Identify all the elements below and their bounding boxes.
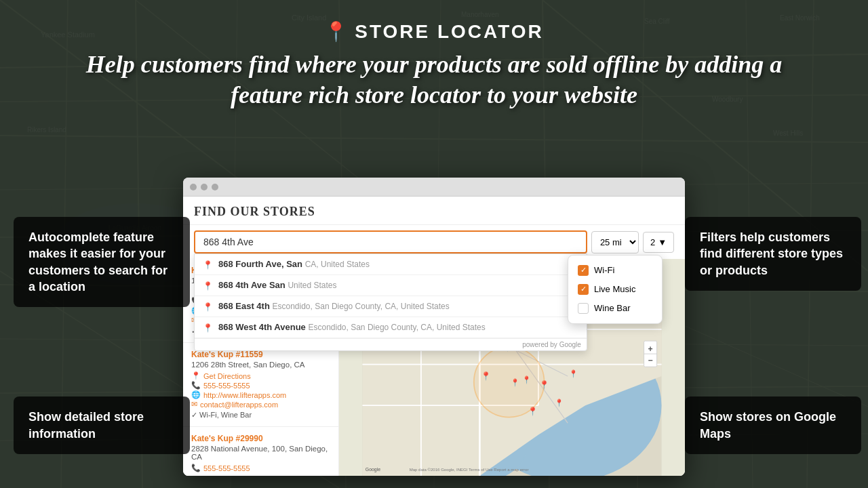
- store-item-3: Kate's Kup #29990 2828 National Avenue, …: [183, 427, 338, 476]
- suggestion-2[interactable]: 📍 868 4th Ave San United States: [195, 275, 587, 296]
- store-name-2: Kate's Kup #11559: [191, 350, 330, 359]
- filter-icon: ▼: [658, 237, 667, 247]
- directions-icon-2: 📍: [191, 371, 201, 380]
- callout-detailed: Show detailed store information: [14, 396, 190, 454]
- app-title: STORE LOCATOR: [355, 21, 544, 43]
- autocomplete-dropdown: 📍 868 Fourth Ave, San CA, United States …: [194, 253, 587, 351]
- store-phone-2[interactable]: 📞 555-555-5555: [191, 381, 330, 390]
- svg-text:+: +: [648, 344, 653, 354]
- browser-titlebar: [183, 178, 685, 197]
- svg-text:📍: 📍: [555, 399, 564, 407]
- suggestion-pin-icon-1: 📍: [203, 260, 213, 270]
- search-input[interactable]: [194, 230, 587, 253]
- filter-checkbox-wifi: ✓: [578, 265, 589, 276]
- filter-label-wifi: Wi-Fi: [594, 265, 614, 275]
- filter-checkbox-livemusic: ✓: [578, 284, 589, 295]
- store-item-2: Kate's Kup #11559 1206 28th Street, San …: [183, 343, 338, 427]
- website-icon-2: 🌐: [191, 390, 201, 399]
- logo-pin-icon: 📍: [324, 20, 348, 43]
- browser-maximize-btn[interactable]: [212, 184, 218, 190]
- store-address-3: 2828 National Avenue, 100, San Diego, CA: [191, 445, 330, 461]
- logo-row: 📍 STORE LOCATOR: [324, 20, 544, 43]
- callout-autocomplete: Autocomplete feature makes it easier for…: [14, 217, 190, 307]
- suggestion-pin-icon-2: 📍: [203, 281, 213, 291]
- browser-close-btn[interactable]: [190, 184, 197, 190]
- store-directions-2[interactable]: 📍 Get Directions: [191, 371, 330, 380]
- filter-item-livemusic[interactable]: ✓ Live Music: [568, 280, 662, 299]
- svg-text:📍: 📍: [522, 375, 531, 384]
- callout-googlemaps: Show stores on Google Maps: [685, 396, 861, 454]
- filter-checkbox-winebar: [578, 303, 589, 314]
- store-phone-3[interactable]: 📞 555-555-5555: [191, 464, 330, 472]
- store-email-2[interactable]: ✉ contact@lifterapps.com: [191, 400, 330, 409]
- browser-window: FIND OUR STORES 📍 868 Fourth Ave, San CA…: [183, 178, 685, 476]
- svg-text:📍: 📍: [528, 406, 538, 416]
- filter-dropdown: ✓ Wi-Fi ✓ Live Music Wine Bar: [568, 255, 663, 324]
- header: 📍 STORE LOCATOR Help customers find wher…: [0, 20, 868, 110]
- filter-item-winebar[interactable]: Wine Bar: [568, 299, 662, 318]
- search-row: 📍 868 Fourth Ave, San CA, United States …: [183, 225, 685, 259]
- radius-select[interactable]: 25 mi 10 mi 50 mi: [591, 231, 639, 253]
- browser-content: FIND OUR STORES 📍 868 Fourth Ave, San CA…: [183, 197, 685, 476]
- phone-icon-2: 📞: [191, 381, 201, 390]
- email-icon-2: ✉: [191, 400, 197, 409]
- suggestion-1[interactable]: 📍 868 Fourth Ave, San CA, United States: [195, 254, 587, 275]
- svg-text:📍: 📍: [569, 369, 578, 378]
- filter-label-livemusic: Live Music: [594, 284, 635, 294]
- svg-text:📍: 📍: [481, 371, 492, 381]
- filter-item-wifi[interactable]: ✓ Wi-Fi: [568, 261, 662, 280]
- store-address-2: 1206 28th Street, San Diego, CA: [191, 361, 330, 369]
- suggestion-pin-icon-3: 📍: [203, 302, 213, 312]
- filter-count: 2: [650, 237, 655, 247]
- tagline: Help customers find where your products …: [61, 49, 807, 110]
- svg-text:Map data ©2016 Google, INEGI  : Map data ©2016 Google, INEGI Terms of Us…: [410, 468, 529, 472]
- browser-minimize-btn[interactable]: [201, 184, 208, 190]
- search-input-wrap: 📍 868 Fourth Ave, San CA, United States …: [194, 230, 587, 253]
- store-locator-heading: FIND OUR STORES: [183, 197, 685, 225]
- powered-by-google: powered by Google: [195, 338, 587, 350]
- store-name-3: Kate's Kup #29990: [191, 434, 330, 443]
- callout-filters: Filters help customers find different st…: [685, 217, 861, 291]
- suggestion-pin-icon-4: 📍: [203, 323, 213, 333]
- suggestion-3[interactable]: 📍 868 East 4th Escondido, San Diego Coun…: [195, 296, 587, 317]
- svg-text:📍: 📍: [539, 380, 550, 390]
- svg-text:📍: 📍: [511, 378, 519, 387]
- phone-icon-3: 📞: [191, 464, 201, 472]
- store-tags-2: ✓ Wi-Fi, Wine Bar: [191, 411, 330, 420]
- svg-text:−: −: [648, 356, 653, 365]
- filter-button[interactable]: 2 ▼ ✓ Wi-Fi ✓ Live Music Wine Bar: [643, 232, 674, 253]
- suggestion-4[interactable]: 📍 868 West 4th Avenue Escondido, San Die…: [195, 317, 587, 338]
- filter-label-winebar: Wine Bar: [594, 303, 630, 313]
- store-website-2[interactable]: 🌐 http://www.lifterapps.com: [191, 390, 330, 399]
- svg-text:Google: Google: [366, 467, 380, 472]
